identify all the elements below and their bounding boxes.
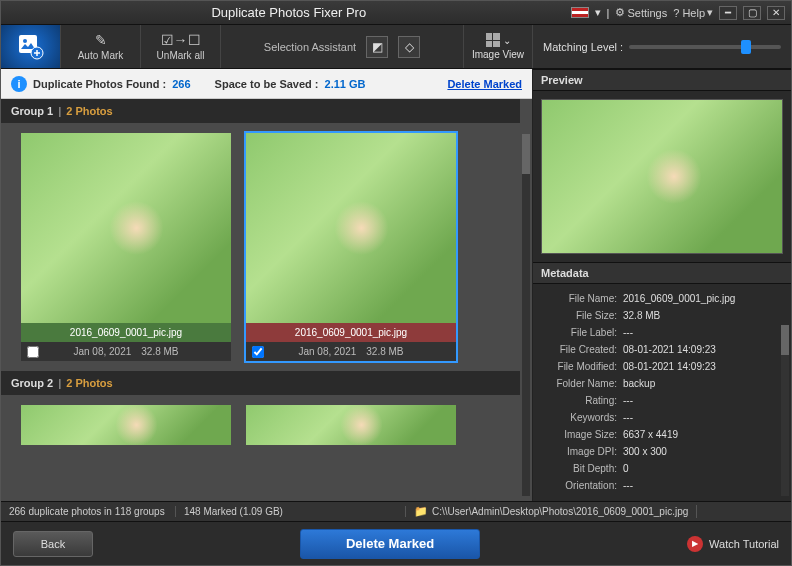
photo-card[interactable] <box>246 405 456 445</box>
toolbar: ✎ Auto Mark ☑→☐ UnMark all Selection Ass… <box>1 25 791 69</box>
metadata-header: Metadata <box>533 262 791 284</box>
delete-marked-button[interactable]: Delete Marked <box>300 529 480 559</box>
selection-assistant-label: Selection Assistant <box>264 41 356 53</box>
photo-thumbnail[interactable] <box>21 133 231 323</box>
preview-header: Preview <box>533 69 791 91</box>
settings-link[interactable]: ⚙Settings <box>615 6 667 19</box>
metadata-key: Rating: <box>543 395 623 406</box>
found-label: Duplicate Photos Found : <box>33 78 166 90</box>
metadata-row: File Name:2016_0609_0001_pic.jpg <box>543 290 781 307</box>
play-icon: ▶ <box>687 536 703 552</box>
group-title: Group 2 <box>11 377 53 389</box>
flag-dropdown-icon[interactable]: ▾ <box>595 6 601 19</box>
space-label: Space to be Saved : <box>215 78 319 90</box>
status-summary: 266 duplicate photos in 118 groups <box>1 506 176 517</box>
metadata-key: Orientation: <box>543 480 623 491</box>
photo-thumbnail[interactable] <box>246 133 456 323</box>
folder-icon: 📁 <box>414 505 428 518</box>
metadata-value: backup <box>623 378 655 389</box>
photo-card[interactable]: 2016_0609_0001_pic.jpg Jan 08, 2021 32.8… <box>21 133 231 361</box>
wand-icon: ✎ <box>95 32 107 48</box>
stats-bar: i Duplicate Photos Found : 266 Space to … <box>1 69 532 99</box>
group-count: 2 Photos <box>66 377 112 389</box>
scrollbar-thumb[interactable] <box>781 325 789 355</box>
app-title: Duplicate Photos Fixer Pro <box>7 5 571 20</box>
matching-level-label: Matching Level : <box>543 41 623 53</box>
metadata-row: Rating:--- <box>543 392 781 409</box>
photo-card[interactable] <box>21 405 231 445</box>
minimize-button[interactable]: ━ <box>719 6 737 20</box>
metadata-row: Bit Depth:0 <box>543 460 781 477</box>
unmark-all-button[interactable]: ☑→☐ UnMark all <box>141 25 221 68</box>
metadata-key: File Created: <box>543 344 623 355</box>
metadata-value: --- <box>623 480 633 491</box>
info-icon: i <box>11 76 27 92</box>
metadata-key: Image Size: <box>543 429 623 440</box>
scrollbar-thumb[interactable] <box>522 134 530 174</box>
metadata-value: 0 <box>623 463 629 474</box>
photo-info-bar: Jan 08, 2021 32.8 MB <box>21 342 231 361</box>
image-view-button[interactable]: ⌄ Image View <box>463 25 533 68</box>
vertical-scrollbar[interactable] <box>522 134 530 496</box>
photo-row: 2016_0609_0001_pic.jpg Jan 08, 2021 32.8… <box>1 123 520 371</box>
group-header-1: Group 1 | 2 Photos <box>1 99 520 123</box>
metadata-row: Orientation:--- <box>543 477 781 494</box>
auto-mark-button[interactable]: ✎ Auto Mark <box>61 25 141 68</box>
status-marked: 148 Marked (1.09 GB) <box>176 506 406 517</box>
group-title: Group 1 <box>11 105 53 117</box>
status-bar: 266 duplicate photos in 118 groups 148 M… <box>1 501 791 521</box>
photo-thumbnail[interactable] <box>246 405 456 445</box>
metadata-key: Image DPI: <box>543 446 623 457</box>
titlebar: Duplicate Photos Fixer Pro ▾ | ⚙Settings… <box>1 1 791 25</box>
groups-scroll-area: Group 1 | 2 Photos 2016_0609_0001_pic.jp… <box>1 99 532 501</box>
metadata-row: File Label:--- <box>543 324 781 341</box>
metadata-key: Folder Name: <box>543 378 623 389</box>
metadata-value: 08-01-2021 14:09:23 <box>623 344 716 355</box>
language-flag-icon[interactable] <box>571 7 589 18</box>
photo-thumbnail[interactable] <box>21 405 231 445</box>
bottom-bar: Back Delete Marked ▶ Watch Tutorial <box>1 521 791 565</box>
group-header-2: Group 2 | 2 Photos <box>1 371 520 395</box>
auto-mark-label: Auto Mark <box>78 50 124 61</box>
metadata-value: 300 x 300 <box>623 446 667 457</box>
maximize-button[interactable]: ▢ <box>743 6 761 20</box>
metadata-row: Image DPI:300 x 300 <box>543 443 781 460</box>
photo-size: 32.8 MB <box>141 346 178 357</box>
unmark-all-label: UnMark all <box>157 50 205 61</box>
mark-checkbox[interactable] <box>252 346 264 358</box>
slider-thumb[interactable] <box>741 40 751 54</box>
metadata-key: Bit Depth: <box>543 463 623 474</box>
chevron-down-icon: ▾ <box>707 6 713 19</box>
matching-level-slider[interactable] <box>629 45 781 49</box>
watch-tutorial-button[interactable]: ▶ Watch Tutorial <box>687 536 779 552</box>
image-view-label: Image View <box>472 49 524 60</box>
metadata-row: Keywords:--- <box>543 409 781 426</box>
help-link[interactable]: ? Help▾ <box>673 6 713 19</box>
metadata-row: File Modified:08-01-2021 14:09:23 <box>543 358 781 375</box>
delete-marked-link[interactable]: Delete Marked <box>447 78 522 90</box>
metadata-row: File Created:08-01-2021 14:09:23 <box>543 341 781 358</box>
metadata-row: File Size:32.8 MB <box>543 307 781 324</box>
group-count: 2 Photos <box>66 105 112 117</box>
metadata-key: File Size: <box>543 310 623 321</box>
selection-mode-1-button[interactable]: ◩ <box>366 36 388 58</box>
metadata-value: 6637 x 4419 <box>623 429 678 440</box>
metadata-scrollbar[interactable] <box>781 325 789 496</box>
preview-image <box>541 99 783 254</box>
close-button[interactable]: ✕ <box>767 6 785 20</box>
photo-card[interactable]: 2016_0609_0001_pic.jpg Jan 08, 2021 32.8… <box>246 133 456 361</box>
selection-assistant-area: Selection Assistant ◩ ◇ <box>221 25 463 68</box>
metadata-key: File Label: <box>543 327 623 338</box>
svg-point-1 <box>23 39 27 43</box>
metadata-body: File Name:2016_0609_0001_pic.jpgFile Siz… <box>533 284 791 501</box>
photo-date: Jan 08, 2021 <box>73 346 131 357</box>
separator: | <box>607 7 610 19</box>
mark-checkbox[interactable] <box>27 346 39 358</box>
back-button[interactable]: Back <box>13 531 93 557</box>
gear-icon: ⚙ <box>615 6 625 19</box>
tutorial-label: Watch Tutorial <box>709 538 779 550</box>
chevron-down-icon: ⌄ <box>503 35 511 46</box>
grid-icon <box>486 33 500 47</box>
photo-size: 32.8 MB <box>366 346 403 357</box>
selection-mode-2-button[interactable]: ◇ <box>398 36 420 58</box>
